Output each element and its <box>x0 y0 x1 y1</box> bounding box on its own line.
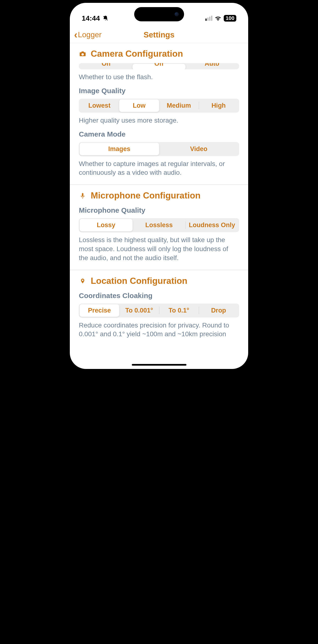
phone-frame: 14:44 100 ‹ Logger Settings Camera Confi… <box>67 0 251 372</box>
section-header-location: Location Configuration <box>70 270 248 290</box>
help-cloaking: Reduce coordinates precision for privacy… <box>79 321 239 339</box>
section-body-microphone: Microphone Quality Lossy Lossless Loudne… <box>70 206 248 270</box>
seg-iq-lowest[interactable]: Lowest <box>80 99 119 112</box>
location-pin-icon <box>79 277 86 285</box>
label-image-quality: Image Quality <box>79 87 239 95</box>
battery-badge: 100 <box>224 15 236 22</box>
section-body-camera: On Off Auto Whether to use the flash. Im… <box>70 63 248 185</box>
segmented-camera-mode[interactable]: Images Video <box>79 142 239 156</box>
page-title: Settings <box>143 30 174 39</box>
section-title-microphone: Microphone Configuration <box>91 191 201 200</box>
home-indicator[interactable] <box>132 364 187 366</box>
section-title-camera: Camera Configuration <box>91 49 183 59</box>
seg-mq-loudness[interactable]: Loudness Only <box>186 219 238 232</box>
seg-flash-auto[interactable]: Auto <box>186 64 238 69</box>
back-button[interactable]: ‹ Logger <box>74 30 102 40</box>
section-body-location: Coordinates Cloaking Precise To 0.001° T… <box>70 292 248 346</box>
nav-header: ‹ Logger Settings <box>70 26 248 43</box>
microphone-icon <box>79 192 86 200</box>
help-flash: Whether to use the flash. <box>79 72 239 82</box>
status-right: 100 <box>205 15 236 22</box>
settings-content[interactable]: Camera Configuration On Off Auto Whether… <box>70 43 248 369</box>
help-camera-mode: Whether to capture images at regular int… <box>79 159 239 177</box>
bell-slash-icon <box>102 15 108 21</box>
segmented-mic-quality[interactable]: Lossy Lossless Loudness Only <box>79 218 239 232</box>
seg-cm-video[interactable]: Video <box>159 143 239 155</box>
phone-screen: 14:44 100 ‹ Logger Settings Camera Confi… <box>70 3 248 369</box>
camera-icon <box>79 50 86 58</box>
seg-clk-drop[interactable]: Drop <box>199 304 238 317</box>
label-mic-quality: Microphone Quality <box>79 206 239 214</box>
section-header-microphone: Microphone Configuration <box>70 185 248 205</box>
clock-text: 14:44 <box>82 14 100 22</box>
seg-iq-high[interactable]: High <box>199 99 238 112</box>
help-image-quality: Higher quality uses more storage. <box>79 116 239 125</box>
section-header-camera: Camera Configuration <box>70 43 248 63</box>
seg-iq-medium[interactable]: Medium <box>159 99 199 112</box>
wifi-icon <box>215 16 221 21</box>
label-cloaking: Coordinates Cloaking <box>79 292 239 300</box>
seg-iq-low[interactable]: Low <box>119 99 159 112</box>
seg-mq-lossy[interactable]: Lossy <box>80 219 132 232</box>
seg-flash-on[interactable]: On <box>80 64 132 69</box>
seg-mq-lossless[interactable]: Lossless <box>132 219 186 232</box>
seg-clk-01[interactable]: To 0.1° <box>159 304 199 317</box>
segmented-cloaking[interactable]: Precise To 0.001° To 0.1° Drop <box>79 304 239 318</box>
seg-clk-001[interactable]: To 0.001° <box>119 304 159 317</box>
cellular-icon <box>205 16 212 21</box>
status-left: 14:44 <box>82 14 108 22</box>
seg-cm-images[interactable]: Images <box>80 143 159 155</box>
help-mic-quality: Lossless is the highest quality, but wil… <box>79 236 239 262</box>
dynamic-island <box>134 7 184 21</box>
seg-flash-off[interactable]: Off <box>132 64 186 69</box>
segmented-flash[interactable]: On Off Auto <box>79 63 239 69</box>
back-label: Logger <box>78 30 102 39</box>
label-camera-mode: Camera Mode <box>79 130 239 138</box>
seg-clk-precise[interactable]: Precise <box>80 304 119 317</box>
section-title-location: Location Configuration <box>91 276 187 286</box>
chevron-left-icon: ‹ <box>74 30 77 40</box>
segmented-image-quality[interactable]: Lowest Low Medium High <box>79 99 239 113</box>
